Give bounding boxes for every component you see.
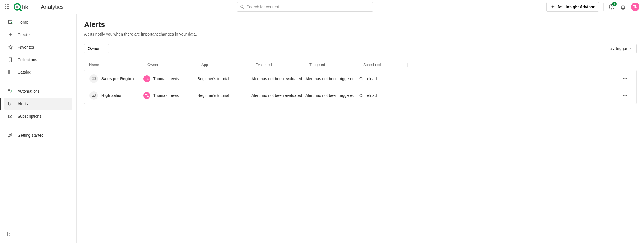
user-avatar[interactable]: TL <box>631 3 639 11</box>
column-header-scheduled[interactable]: Scheduled <box>359 63 407 67</box>
brand-logo: lik <box>14 3 34 11</box>
alert-icon <box>7 101 13 107</box>
column-header-triggered[interactable]: Triggered <box>305 63 359 67</box>
topbar: lik Analytics Ask Insight Advisor 1 <box>0 0 644 14</box>
ask-insight-advisor-button[interactable]: Ask Insight Advisor <box>546 2 599 12</box>
owner-name: Thomas Lewis <box>153 76 179 81</box>
svg-point-32 <box>94 96 94 96</box>
triggered-cell: Alert has not been triggered <box>305 76 359 81</box>
sidebar-item-label: Create <box>18 32 30 37</box>
column-header-app[interactable]: App <box>197 63 251 67</box>
help-button[interactable]: 1 <box>608 3 615 10</box>
sidebar-item-automations[interactable]: Automations <box>4 85 72 97</box>
help-badge: 1 <box>612 2 617 6</box>
svg-point-1 <box>16 6 18 8</box>
sidebar-item-label: Getting started <box>18 133 44 138</box>
header-actions: Ask Insight Advisor 1 TL <box>546 2 639 12</box>
product-name: Analytics <box>41 4 64 10</box>
table-row: High sales TL Thomas Lewis Beginner's tu… <box>84 87 636 104</box>
plus-icon <box>7 32 13 38</box>
app-cell: Beginner's tutorial <box>197 93 251 98</box>
sidebar-item-alerts[interactable]: Alerts <box>4 98 72 110</box>
sparkle-icon <box>551 5 555 9</box>
owner-avatar: TL <box>143 75 150 82</box>
avatar-initials: TL <box>633 5 637 9</box>
svg-point-7 <box>612 8 612 9</box>
svg-rect-13 <box>9 70 12 74</box>
svg-point-19 <box>10 104 11 104</box>
owner-name: Thomas Lewis <box>153 93 179 98</box>
more-horizontal-icon <box>622 93 628 98</box>
qlik-logo-icon: lik <box>14 3 34 11</box>
svg-point-21 <box>10 134 11 135</box>
alert-name-cell[interactable]: Sales per Region <box>89 74 143 83</box>
app-launcher-icon[interactable] <box>5 4 10 9</box>
row-actions-button[interactable] <box>621 92 629 99</box>
collapse-icon <box>7 232 12 237</box>
column-header-owner[interactable]: Owner <box>143 63 197 67</box>
evaluated-cell: Alert has not been evaluated <box>251 76 305 81</box>
page-title: Alerts <box>84 20 637 29</box>
sidebar-item-getting-started[interactable]: Getting started <box>4 129 72 141</box>
column-header-name[interactable]: Name <box>89 63 143 67</box>
collapse-sidebar-button[interactable] <box>4 229 72 241</box>
alert-row-icon <box>89 74 98 83</box>
row-actions-button[interactable] <box>621 75 629 83</box>
sort-dropdown[interactable]: Last trigger <box>604 44 637 53</box>
svg-point-33 <box>623 95 624 96</box>
svg-line-2 <box>19 9 21 11</box>
owner-filter-label: Owner <box>88 46 99 51</box>
search-box[interactable] <box>237 2 373 12</box>
sidebar-item-home[interactable]: Home <box>4 16 72 28</box>
search-icon <box>240 5 244 9</box>
owner-filter-dropdown[interactable]: Owner <box>84 44 109 53</box>
sidebar-item-label: Collections <box>18 57 37 62</box>
table-row: Sales per Region TL Thomas Lewis Beginne… <box>84 70 636 87</box>
alert-row-icon <box>89 91 98 100</box>
svg-text:lik: lik <box>22 4 28 10</box>
main-content: Alerts Alerts notify you when there are … <box>77 14 644 243</box>
sidebar-item-create[interactable]: Create <box>4 29 72 41</box>
alert-name-cell[interactable]: High sales <box>89 91 143 100</box>
sidebar-item-favorites[interactable]: Favorites <box>4 41 72 53</box>
toolbar: Owner Last trigger <box>84 44 637 53</box>
svg-point-4 <box>240 5 243 8</box>
sidebar-item-subscriptions[interactable]: Subscriptions <box>4 110 72 122</box>
table-header: Name Owner App Evaluated Triggered Sched… <box>84 59 637 70</box>
svg-point-26 <box>94 79 94 79</box>
svg-rect-15 <box>8 90 10 91</box>
scheduled-cell: On reload <box>359 93 408 98</box>
column-header-evaluated[interactable]: Evaluated <box>251 63 305 67</box>
catalog-icon <box>7 69 13 75</box>
svg-rect-16 <box>11 92 12 93</box>
scheduled-cell: On reload <box>359 76 408 81</box>
search-wrap <box>68 2 542 12</box>
sidebar-item-label: Home <box>18 20 28 24</box>
svg-point-29 <box>626 78 627 79</box>
chevron-down-icon <box>630 47 633 50</box>
svg-point-34 <box>625 95 626 96</box>
owner-cell: TL Thomas Lewis <box>143 75 197 82</box>
sidebar-item-label: Catalog <box>18 70 31 74</box>
home-icon <box>7 19 13 25</box>
svg-rect-8 <box>8 20 12 24</box>
sort-label: Last trigger <box>607 46 627 51</box>
mail-icon <box>7 113 13 119</box>
svg-point-27 <box>623 78 624 79</box>
bell-icon <box>620 4 626 10</box>
svg-line-5 <box>243 7 244 9</box>
alert-name: High sales <box>101 93 121 98</box>
sidebar-item-catalog[interactable]: Catalog <box>4 66 72 78</box>
search-input[interactable] <box>247 5 370 9</box>
svg-point-28 <box>625 78 626 79</box>
sidebar-item-label: Subscriptions <box>18 114 41 119</box>
owner-avatar: TL <box>143 92 150 99</box>
sidebar-item-label: Favorites <box>18 45 34 49</box>
rocket-icon <box>7 132 13 138</box>
sidebar-item-label: Automations <box>18 89 40 94</box>
notifications-button[interactable] <box>620 3 626 10</box>
more-horizontal-icon <box>622 76 628 81</box>
alerts-table: Sales per Region TL Thomas Lewis Beginne… <box>84 70 637 104</box>
sidebar-item-collections[interactable]: Collections <box>4 54 72 66</box>
star-icon <box>7 44 13 50</box>
